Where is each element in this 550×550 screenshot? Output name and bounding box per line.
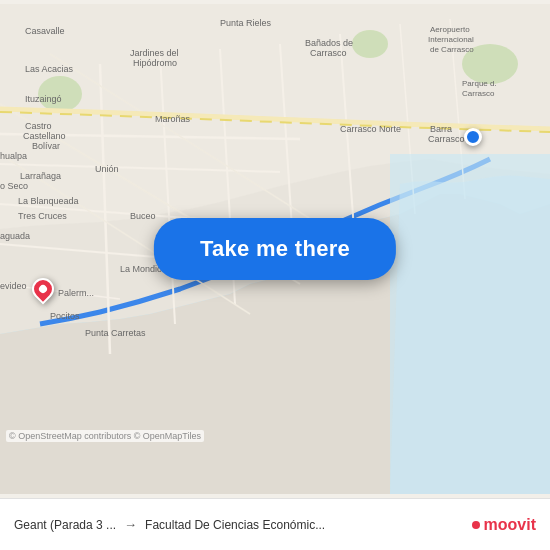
- app-container: Casavalle Punta Rieles Las Acacias Jardi…: [0, 0, 550, 550]
- from-label: Geant (Parada 3 ...: [14, 518, 116, 532]
- svg-text:Unión: Unión: [95, 164, 119, 174]
- moovit-dot-icon: [472, 521, 480, 529]
- svg-text:Jardines del: Jardines del: [130, 48, 179, 58]
- svg-text:Castro: Castro: [25, 121, 52, 131]
- moovit-brand-text: moovit: [484, 516, 536, 534]
- svg-text:Carrasco Norte: Carrasco Norte: [340, 124, 401, 134]
- svg-text:Larrañaga: Larrañaga: [20, 171, 61, 181]
- route-details: Geant (Parada 3 ... → Facultad De Cienci…: [14, 517, 325, 532]
- svg-point-6: [352, 30, 388, 58]
- map-area: Casavalle Punta Rieles Las Acacias Jardi…: [0, 0, 550, 498]
- origin-pin: [464, 128, 482, 146]
- svg-text:aguada: aguada: [0, 231, 30, 241]
- svg-text:Carrasco: Carrasco: [428, 134, 465, 144]
- svg-text:o Seco: o Seco: [0, 181, 28, 191]
- svg-text:Punta Carretas: Punta Carretas: [85, 328, 146, 338]
- route-row: Geant (Parada 3 ... → Facultad De Cienci…: [14, 517, 325, 532]
- svg-text:Barra: Barra: [430, 124, 452, 134]
- to-label: Facultad De Ciencias Económic...: [145, 518, 325, 532]
- svg-text:Castellano: Castellano: [23, 131, 66, 141]
- svg-text:Punta Rieles: Punta Rieles: [220, 18, 272, 28]
- svg-text:Parque d.: Parque d.: [462, 79, 497, 88]
- svg-text:Las Acacias: Las Acacias: [25, 64, 74, 74]
- destination-pin: [32, 278, 58, 304]
- arrow-icon: →: [124, 517, 137, 532]
- svg-text:Casavalle: Casavalle: [25, 26, 65, 36]
- svg-text:Pocitos: Pocitos: [50, 311, 80, 321]
- svg-text:Buceo: Buceo: [130, 211, 156, 221]
- take-me-there-button[interactable]: Take me there: [154, 218, 396, 280]
- svg-text:evideo: evideo: [0, 281, 27, 291]
- svg-text:Tres Cruces: Tres Cruces: [18, 211, 67, 221]
- svg-text:Maroñas: Maroñas: [155, 114, 191, 124]
- svg-text:Carrasco: Carrasco: [462, 89, 495, 98]
- svg-text:Carrasco: Carrasco: [310, 48, 347, 58]
- svg-text:de Carrasco: de Carrasco: [430, 45, 474, 54]
- svg-text:hualpa: hualpa: [0, 151, 27, 161]
- svg-text:Internacional: Internacional: [428, 35, 474, 44]
- svg-text:Bañados de: Bañados de: [305, 38, 353, 48]
- svg-text:Ituzaingó: Ituzaingó: [25, 94, 62, 104]
- svg-text:Aeropuerto: Aeropuerto: [430, 25, 470, 34]
- moovit-logo: moovit: [472, 516, 536, 534]
- svg-text:Palerm...: Palerm...: [58, 288, 94, 298]
- svg-text:Hipódromo: Hipódromo: [133, 58, 177, 68]
- map-attribution: © OpenStreetMap contributors © OpenMapTi…: [6, 430, 204, 442]
- svg-text:Bolívar: Bolívar: [32, 141, 60, 151]
- route-info: Geant (Parada 3 ... → Facultad De Cienci…: [14, 517, 325, 532]
- footer: Geant (Parada 3 ... → Facultad De Cienci…: [0, 498, 550, 550]
- svg-text:La Blanqueada: La Blanqueada: [18, 196, 79, 206]
